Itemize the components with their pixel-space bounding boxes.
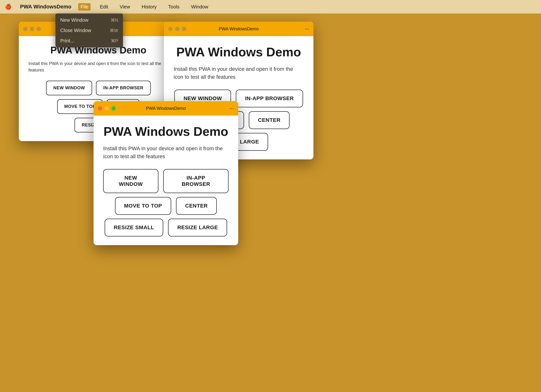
- titlebar-2: PWA WindowsDemo ···: [164, 22, 313, 36]
- pwa-description-2: Install this PWA in your device and open…: [174, 65, 304, 81]
- btn-row-3-3: RESIZE SMALL RESIZE LARGE: [105, 219, 227, 236]
- button-grid-3: NEW WINDOW IN-APP BROWSER MOVE TO TOP CE…: [103, 169, 229, 236]
- btn-move-to-top-3[interactable]: MOVE TO TOP: [115, 197, 171, 215]
- pwa-description-3: Install this PWA in your device and open…: [103, 144, 229, 160]
- maximize-button-1[interactable]: [37, 27, 41, 31]
- menu-close-window[interactable]: Close Window ⌘W: [55, 25, 123, 36]
- window-title-2: PWA WindowsDemo: [219, 26, 258, 32]
- btn-resize-small-3[interactable]: RESIZE SMALL: [105, 219, 163, 236]
- traffic-lights-2: [168, 27, 186, 31]
- minimize-button-1[interactable]: [30, 27, 34, 31]
- pwa-window-3: PWA WindowsDemo ··· PWA Windows Demo Ins…: [94, 101, 238, 245]
- btn-in-app-browser-3[interactable]: IN-APP BROWSER: [163, 169, 229, 193]
- menu-print[interactable]: Print… ⌘P: [55, 36, 123, 46]
- minimize-button-3[interactable]: [105, 106, 109, 111]
- menubar: 🍎 PWA WindowsDemo File Edit View History…: [0, 0, 541, 13]
- print-label: Print…: [60, 38, 75, 44]
- close-button-1[interactable]: [23, 27, 27, 31]
- btn-new-window-3[interactable]: NEW WINDOW: [103, 169, 158, 193]
- btn-center-2[interactable]: CENTER: [249, 111, 290, 129]
- window-more-3[interactable]: ···: [230, 105, 234, 111]
- close-window-shortcut: ⌘W: [110, 28, 118, 33]
- print-shortcut: ⌘P: [111, 38, 118, 44]
- menu-history[interactable]: History: [139, 3, 159, 11]
- btn-new-window-1[interactable]: NEW WINDOW: [46, 81, 92, 95]
- btn-resize-large-3[interactable]: RESIZE LARGE: [168, 219, 227, 236]
- btn-row-1-1: NEW WINDOW IN-APP BROWSER: [46, 81, 151, 95]
- menu-edit[interactable]: Edit: [97, 3, 110, 11]
- pwa-heading-2: PWA Windows Demo: [174, 45, 304, 59]
- window-title-3: PWA WindowsDemo: [146, 106, 186, 111]
- new-window-label: New Window: [60, 17, 88, 23]
- menu-window[interactable]: Window: [189, 3, 211, 11]
- maximize-button-2[interactable]: [182, 27, 186, 31]
- menu-tools[interactable]: Tools: [166, 3, 182, 11]
- pwa-description-1: Install this PWA in your device and open…: [28, 60, 168, 73]
- menu-new-window[interactable]: New Window ⌘N: [55, 15, 123, 25]
- traffic-lights-1: [23, 27, 41, 31]
- new-window-shortcut: ⌘N: [111, 18, 118, 23]
- menu-file[interactable]: File: [78, 3, 91, 11]
- close-button-3[interactable]: [98, 106, 102, 111]
- apple-menu-icon[interactable]: 🍎: [5, 4, 11, 10]
- maximize-button-3[interactable]: [111, 106, 116, 111]
- btn-center-3[interactable]: CENTER: [176, 197, 217, 215]
- btn-row-3-1: NEW WINDOW IN-APP BROWSER: [103, 169, 229, 193]
- minimize-button-2[interactable]: [175, 27, 179, 31]
- close-window-label: Close Window: [60, 28, 91, 33]
- btn-in-app-browser-1[interactable]: IN-APP BROWSER: [96, 81, 151, 95]
- btn-in-app-browser-2[interactable]: IN-APP BROWSER: [236, 90, 303, 107]
- menu-view[interactable]: View: [117, 3, 133, 11]
- titlebar-3: PWA WindowsDemo ···: [94, 101, 238, 116]
- file-dropdown-menu: New Window ⌘N Close Window ⌘W Print… ⌘P: [55, 13, 123, 47]
- btn-row-3-2: MOVE TO TOP CENTER: [115, 197, 217, 215]
- pwa-heading-3: PWA Windows Demo: [103, 124, 229, 139]
- window-more-2[interactable]: ···: [305, 26, 309, 32]
- window-content-3: PWA Windows Demo Install this PWA in you…: [94, 116, 238, 245]
- close-button-2[interactable]: [168, 27, 173, 31]
- traffic-lights-3: [98, 106, 116, 111]
- app-name: PWA WindowsDemo: [20, 4, 71, 10]
